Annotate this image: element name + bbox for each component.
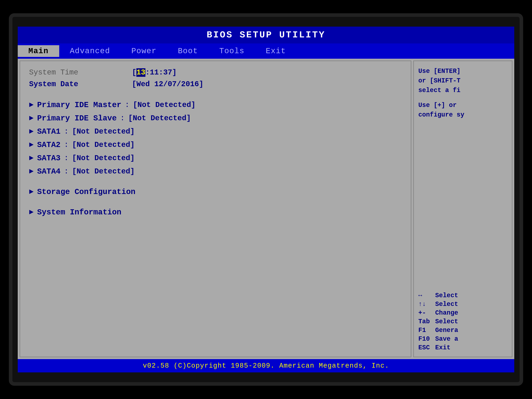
menu-bar: Main Advanced Power Boot Tools Exit xyxy=(18,44,514,59)
help-line2: or [SHIFT-T xyxy=(418,76,507,86)
key-symbol-lr: ↔ xyxy=(418,292,432,299)
main-panel: System Time [13:11:37] System Date [Wed … xyxy=(19,60,412,357)
help-text: Use [ENTER] or [SHIFT-T select a fi xyxy=(418,66,507,95)
system-info-label: System Information xyxy=(37,208,121,217)
help-divider xyxy=(418,125,507,292)
key-symbol-esc: ESC xyxy=(418,344,432,351)
system-time-row: System Time [13:11:37] xyxy=(29,68,402,77)
sata1-label: SATA1 xyxy=(37,127,60,136)
ide-master-value: [Not Detected] xyxy=(133,101,196,109)
ide-slave-colon: : xyxy=(120,114,125,122)
key-desc-esc: Exit xyxy=(435,344,450,351)
help-text2: Use [+] or configure sy xyxy=(418,101,507,120)
ide-slave-label: Primary IDE Slave xyxy=(37,114,117,123)
ide-slave-arrow: ► xyxy=(29,114,33,122)
storage-config-label: Storage Configuration xyxy=(37,187,135,196)
key-hint-arrow-ud: ↑↓ Select xyxy=(418,301,507,308)
bios-container: BIOS SETUP UTILITY Main Advanced Power B… xyxy=(18,27,514,372)
help-line3: select a fi xyxy=(418,86,507,95)
key-hint-plusminus: +- Change xyxy=(418,309,507,317)
sata1-row[interactable]: ► SATA1 : [Not Detected] xyxy=(29,127,402,136)
footer-text: v02.58 (C)Copyright 1985-2009. American … xyxy=(143,362,389,370)
spacer1 xyxy=(29,92,402,97)
menu-exit[interactable]: Exit xyxy=(255,45,297,57)
sata1-value: [Not Detected] xyxy=(72,127,135,136)
key-desc-f10: Save a xyxy=(435,335,458,343)
ide-slave-value: [Not Detected] xyxy=(128,114,191,122)
content-area: System Time [13:11:37] System Date [Wed … xyxy=(18,59,514,359)
key-symbol-f1: F1 xyxy=(418,327,432,334)
system-info-row[interactable]: ► System Information xyxy=(29,208,402,217)
bios-title: BIOS SETUP UTILITY xyxy=(207,30,325,40)
menu-main[interactable]: Main xyxy=(18,45,59,57)
spacer2 xyxy=(29,178,402,184)
menu-tools[interactable]: Tools xyxy=(209,45,255,57)
key-hint-arrow-lr: ↔ Select xyxy=(418,292,507,299)
key-desc-plusminus: Change xyxy=(435,309,458,317)
key-hints: ↔ Select ↑↓ Select +- Change Tab xyxy=(418,292,507,351)
sata3-arrow: ► xyxy=(29,154,33,162)
key-hint-f1: F1 Genera xyxy=(418,327,507,334)
ide-master-colon: : xyxy=(125,101,129,109)
sata3-label: SATA3 xyxy=(37,154,60,163)
sata4-label: SATA4 xyxy=(37,167,60,176)
menu-power[interactable]: Power xyxy=(121,45,167,57)
sata4-colon: : xyxy=(64,167,69,176)
ide-master-label: Primary IDE Master xyxy=(37,101,121,109)
menu-advanced[interactable]: Advanced xyxy=(59,45,121,57)
storage-config-row[interactable]: ► Storage Configuration xyxy=(29,187,402,196)
screen: BIOS SETUP UTILITY Main Advanced Power B… xyxy=(18,27,514,372)
sata4-row[interactable]: ► SATA4 : [Not Detected] xyxy=(29,167,402,176)
sata4-value: [Not Detected] xyxy=(72,167,135,176)
system-info-arrow: ► xyxy=(29,208,33,216)
key-hint-tab: Tab Select xyxy=(418,318,507,325)
sata3-row[interactable]: ► SATA3 : [Not Detected] xyxy=(29,154,402,163)
title-bar: BIOS SETUP UTILITY xyxy=(18,27,514,44)
system-date-row: System Date [Wed 12/07/2016] xyxy=(29,80,402,89)
sata3-value: [Not Detected] xyxy=(72,154,135,162)
system-date-value: [Wed 12/07/2016] xyxy=(132,80,203,89)
system-time-value: [13:11:37] xyxy=(132,68,177,77)
key-symbol-ud: ↑↓ xyxy=(418,301,432,308)
sata3-colon: : xyxy=(64,154,69,162)
sata1-colon: : xyxy=(64,127,69,136)
help-line5: Use [+] or xyxy=(418,101,507,110)
ide-slave-row[interactable]: ► Primary IDE Slave : [Not Detected] xyxy=(29,114,402,123)
key-hint-esc: ESC Exit xyxy=(418,344,507,351)
key-hint-f10: F10 Save a xyxy=(418,335,507,343)
ide-master-row[interactable]: ► Primary IDE Master : [Not Detected] xyxy=(29,101,402,109)
footer: v02.58 (C)Copyright 1985-2009. American … xyxy=(18,359,514,372)
key-symbol-f10: F10 xyxy=(418,335,432,343)
storage-config-arrow: ► xyxy=(29,188,33,196)
right-panel: Use [ENTER] or [SHIFT-T select a fi Use … xyxy=(413,60,513,357)
key-symbol-plusminus: +- xyxy=(418,309,432,317)
sata2-arrow: ► xyxy=(29,141,33,149)
sata2-colon: : xyxy=(64,141,69,149)
system-date-label: System Date xyxy=(29,80,132,89)
help-line6: configure sy xyxy=(418,110,507,120)
sata4-arrow: ► xyxy=(29,167,33,176)
system-time-label: System Time xyxy=(29,68,132,77)
key-desc-f1: Genera xyxy=(435,327,458,334)
key-desc-ud: Select xyxy=(435,301,458,308)
sata2-row[interactable]: ► SATA2 : [Not Detected] xyxy=(29,140,402,149)
sata2-value: [Not Detected] xyxy=(72,141,135,149)
ide-master-arrow: ► xyxy=(29,101,33,109)
menu-boot[interactable]: Boot xyxy=(167,45,209,57)
sata2-label: SATA2 xyxy=(37,140,60,149)
monitor: BIOS SETUP UTILITY Main Advanced Power B… xyxy=(9,13,523,386)
help-line1: Use [ENTER] xyxy=(418,66,507,76)
key-desc-lr: Select xyxy=(435,292,458,299)
key-desc-tab: Select xyxy=(435,318,458,325)
spacer3 xyxy=(29,199,402,204)
time-selected-hour: 13 xyxy=(136,68,145,77)
key-symbol-tab: Tab xyxy=(418,318,432,325)
sata1-arrow: ► xyxy=(29,127,33,136)
